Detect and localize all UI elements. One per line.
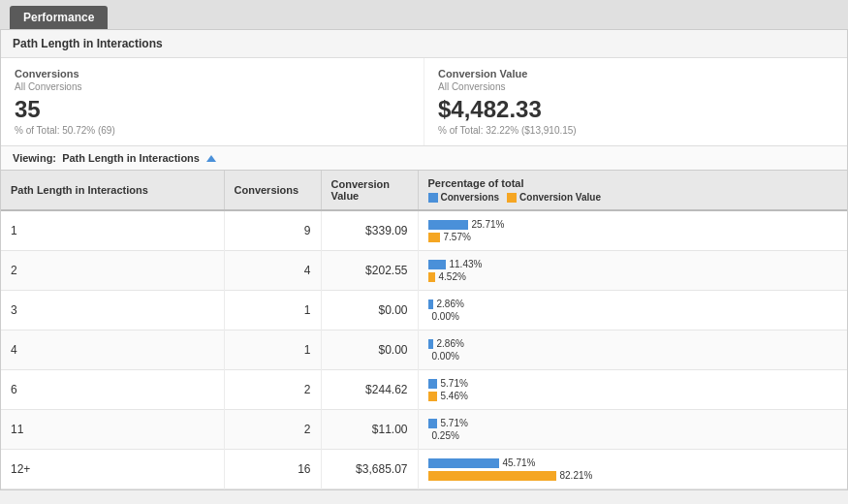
viewing-label: Path Length in Interactions (62, 152, 200, 164)
table-row: 11 2 $11.00 5.71% 0.25% (1, 410, 847, 450)
td-bar: 45.71% 82.21% (418, 450, 847, 489)
viewing-bar: Viewing: Path Length in Interactions (1, 146, 847, 171)
bar-blue-pct: 2.86% (437, 299, 464, 309)
bar-blue (428, 220, 468, 230)
td-bar: 11.43% 4.52% (418, 251, 847, 291)
td-conversions: 1 (224, 291, 321, 331)
th-conversions: Conversions (224, 171, 321, 210)
td-conv-value: $0.00 (321, 331, 418, 370)
td-conversions: 4 (224, 251, 321, 291)
td-path: 2 (1, 251, 224, 291)
bar-blue-pct: 5.71% (441, 418, 468, 428)
bar-blue (428, 458, 499, 468)
metric-value: $4,482.33 (438, 96, 833, 123)
performance-tab[interactable]: Performance (10, 6, 108, 29)
bar-orange-pct: 0.00% (432, 351, 459, 362)
table-row: 1 9 $339.09 25.71% 7.57% (1, 210, 847, 251)
bar-orange (428, 272, 435, 282)
bar-blue-pct: 2.86% (437, 338, 464, 349)
td-path: 4 (1, 331, 224, 370)
bar-blue-pct: 11.43% (450, 259, 483, 269)
td-conv-value: $202.55 (321, 251, 418, 291)
bar-blue (428, 299, 433, 309)
td-bar: 25.71% 7.57% (418, 210, 847, 251)
bar-orange (428, 471, 556, 481)
bar-orange-pct: 0.00% (432, 311, 459, 322)
bar-blue (428, 260, 446, 269)
th-pct: Percentage of total Conversions Conversi… (418, 171, 847, 210)
bar-blue-pct: 5.71% (441, 378, 468, 389)
bar-orange-pct: 82.21% (560, 470, 593, 481)
table-row: 6 2 $244.62 5.71% 5.46% (1, 370, 847, 410)
td-conv-value: $339.09 (321, 210, 418, 251)
td-path: 1 (1, 210, 224, 251)
legend-conversions-label: Conversions (441, 192, 500, 203)
metric-sublabel: All Conversions (438, 81, 833, 92)
metric-cell-0: Conversions All Conversions 35 % of Tota… (1, 58, 424, 145)
td-conversions: 2 (224, 370, 321, 410)
metric-label: Conversion Value (438, 68, 833, 79)
metric-pct: % of Total: 50.72% (69) (15, 125, 410, 136)
bar-orange (428, 233, 440, 242)
table-row: 4 1 $0.00 2.86% 0.00% (1, 331, 847, 370)
td-path: 6 (1, 370, 224, 410)
viewing-prefix: Viewing: (13, 152, 56, 164)
td-conversions: 9 (224, 210, 321, 251)
metrics-row: Conversions All Conversions 35 % of Tota… (1, 58, 847, 146)
section-header: Path Length in Interactions (1, 30, 847, 58)
td-path: 3 (1, 291, 224, 331)
td-bar: 2.86% 0.00% (418, 291, 847, 331)
bar-orange (428, 392, 437, 401)
bar-blue (428, 339, 433, 349)
bar-orange-pct: 4.52% (439, 271, 466, 282)
td-conv-value: $0.00 (321, 291, 418, 331)
table-row: 12+ 16 $3,685.07 45.71% 82.21% (1, 450, 847, 489)
data-table: Path Length in Interactions Conversions … (1, 171, 847, 489)
metric-cell-1: Conversion Value All Conversions $4,482.… (424, 58, 847, 145)
bar-orange-pct: 7.57% (444, 232, 471, 242)
td-path: 11 (1, 410, 224, 450)
bar-orange-pct: 5.46% (441, 391, 468, 401)
td-conv-value: $244.62 (321, 370, 418, 410)
th-conv-value: Conversion Value (321, 171, 418, 210)
bar-blue-pct: 25.71% (472, 219, 505, 230)
bar-orange-pct: 0.25% (432, 430, 459, 441)
bar-blue (428, 419, 437, 428)
td-path: 12+ (1, 450, 224, 489)
td-conv-value: $3,685.07 (321, 450, 418, 489)
metric-pct: % of Total: 32.22% ($13,910.15) (438, 125, 833, 136)
td-bar: 2.86% 0.00% (418, 331, 847, 370)
table-row: 2 4 $202.55 11.43% 4.52% (1, 251, 847, 291)
legend-conv-value-label: Conversion Value (519, 192, 601, 203)
metric-label: Conversions (15, 68, 410, 79)
legend-blue-box (428, 193, 438, 203)
bar-blue (428, 379, 437, 389)
td-conversions: 2 (224, 410, 321, 450)
metric-sublabel: All Conversions (15, 81, 410, 92)
legend-orange-box (507, 193, 517, 203)
viewing-triangle (203, 152, 216, 164)
table-row: 3 1 $0.00 2.86% 0.00% (1, 291, 847, 331)
td-conversions: 16 (224, 450, 321, 489)
td-bar: 5.71% 0.25% (418, 410, 847, 450)
td-bar: 5.71% 5.46% (418, 370, 847, 410)
td-conv-value: $11.00 (321, 410, 418, 450)
metric-value: 35 (15, 96, 410, 123)
table-header-row: Path Length in Interactions Conversions … (1, 171, 847, 210)
bar-blue-pct: 45.71% (503, 457, 536, 468)
th-path: Path Length in Interactions (1, 171, 224, 210)
td-conversions: 1 (224, 331, 321, 370)
